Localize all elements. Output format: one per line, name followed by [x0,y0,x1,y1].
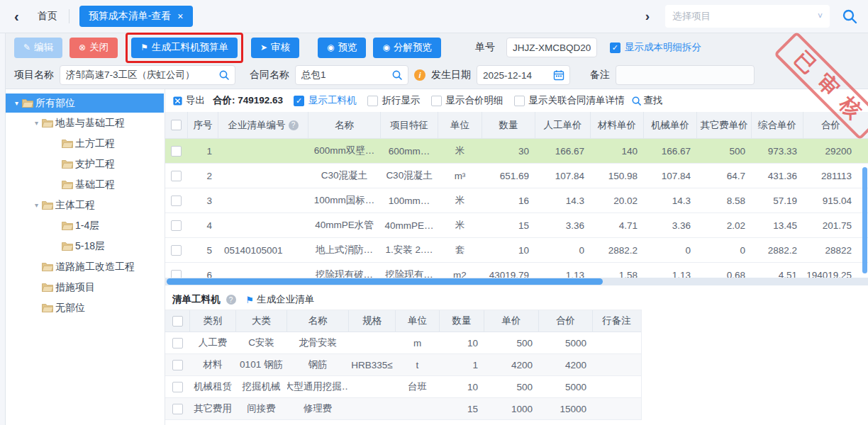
column-header: 合价 [556,314,575,327]
expand-arrow-icon[interactable]: ▾ [31,119,42,127]
form-bar: 项目名称 合同名称 i 发生日期 [6,62,868,89]
row-checkbox[interactable] [171,270,182,278]
column-header: 数量 [452,314,472,327]
close-circle-icon: ⊗ [79,42,86,52]
column-header: 名称 [308,314,328,327]
cell-value: 3.36 [566,220,584,231]
search-icon[interactable] [391,69,403,81]
wrap-line-checkbox[interactable] [367,96,378,106]
help-icon[interactable]: ? [289,120,299,130]
tree-item[interactable]: ▾基础工程 [6,174,165,195]
row-checkbox[interactable] [172,404,183,414]
row-checkbox[interactable] [171,171,182,181]
cell-value: 20.02 [613,196,638,206]
row-checkbox[interactable] [171,245,182,256]
show-glj-checkbox[interactable] [294,96,304,106]
cell-value: 915.04 [823,196,852,206]
row-checkbox[interactable] [172,382,183,392]
cell-value: 米 [455,194,465,207]
row-checkbox[interactable] [172,360,183,370]
remark-label: 备注 [590,69,610,81]
cell-value: 64.7 [727,171,745,181]
table-row[interactable]: 505140105001地上式消防…1.安装 2.…套1002882.20028… [165,238,868,263]
table-row[interactable]: 人工费C安装龙骨安装m105005000 [165,332,641,354]
expand-arrow-icon[interactable]: ▾ [11,99,22,107]
export-button[interactable]: 导出 [172,94,205,107]
column-header: 单位 [408,314,427,327]
tree-item[interactable]: ▾无部位 [6,298,165,318]
table-row[interactable]: 3100mm国标…100mm…米1614.320.0214.38.5857.19… [165,188,868,213]
table-row[interactable]: 2C30混凝土C30混凝土m³651.69107.84150.98107.846… [165,164,868,188]
contract-name-label: 合同名称 [250,69,289,81]
edit-button[interactable]: ✎ 编辑 [14,38,62,58]
tree-item[interactable]: ▾所有部位 [6,94,164,113]
help-icon[interactable]: ? [226,295,236,305]
top-bar: ‹ 首页 预算成本清单-查看 × › 选择项目 ˅ [0,0,868,33]
expand-arrow-icon[interactable]: ▾ [31,201,42,209]
select-all-checkbox[interactable] [172,316,183,327]
column-header: 数量 [499,119,518,132]
decompose-preview-button[interactable]: ◉ 分解预览 [373,38,440,58]
tree-item-label: 道路施工改造工程 [55,261,135,273]
table-row[interactable]: 其它费用间接费修理费15100015000 [165,398,641,420]
vertical-scrollbar-thumb[interactable] [862,167,867,273]
tree-item[interactable]: ▾1-4层 [6,215,165,236]
show-cost-split-checkbox[interactable] [610,42,621,53]
find-button[interactable]: 查找 [631,94,663,107]
cell-value: 100mm… [389,196,430,206]
folder-icon [42,262,55,271]
doc-no-input[interactable] [506,38,597,57]
cell-value: 5000 [565,382,586,392]
nav-home[interactable]: 首页 [38,10,57,23]
horizontal-scrollbar[interactable] [165,278,868,285]
audit-button[interactable]: ➤ 审核 [251,38,299,58]
generate-enterprise-list-button[interactable]: 生成企业清单 [257,293,314,306]
table-row[interactable]: 6挖除现有破…挖除现有…m243019.791.131.581.130.684.… [165,263,868,278]
tree-item[interactable]: ▾5-18层 [6,236,165,256]
table-row[interactable]: 材料0101 钢筋钢筋HRB335≤t142004200 [165,354,641,376]
search-icon[interactable] [218,69,230,81]
related-contract-checkbox[interactable] [514,96,525,106]
tab-budget-cost-view[interactable]: 预算成本清单-查看 × [79,6,193,27]
row-checkbox[interactable] [171,146,182,157]
scrollbar-thumb[interactable] [167,278,603,285]
table-header-row: 类别大类名称规格单位数量单价合价行备注 [165,310,641,332]
cell-value: 16 [518,196,529,206]
expand-panel-icon[interactable]: › [645,8,650,24]
tree-item[interactable]: ▾地基与基础工程 [6,113,165,133]
generate-glj-budget-button[interactable]: ⚑ 生成工料机预算单 [131,38,238,58]
project-name-label: 项目名称 [14,69,54,81]
tree-item[interactable]: ▾道路施工改造工程 [6,256,165,277]
preview-button[interactable]: ◉ 预览 [318,38,366,58]
cell-value: 500 [516,382,533,392]
tree-item[interactable]: ▾土方工程 [6,133,165,154]
doc-no-label: 单号 [475,41,495,54]
cell-value: 米 [455,219,465,232]
select-all-checkbox[interactable] [171,120,182,130]
search-icon[interactable] [841,8,858,25]
remark-input[interactable] [616,65,755,85]
table-row[interactable]: 440mmPE水管40mmPE…米153.364.713.362.0213.45… [165,213,868,238]
cell-value: 材料 [204,358,223,371]
project-select[interactable]: 选择项目 ˅ [665,5,830,28]
project-name-input[interactable] [60,65,235,85]
table-row[interactable]: 机械租赁挖掘机械大型通用挖掘…台班105005000 [165,376,641,398]
row-checkbox[interactable] [171,196,182,206]
tree-item[interactable]: ▾主体工程 [6,195,165,215]
detail-section: 清单工料机 ? ⚑ 生成企业清单 类别大类名称规格单位数量单价合价行备注人工费C… [165,285,868,425]
cell-value: 4.71 [619,220,638,231]
row-checkbox[interactable] [172,338,183,348]
close-button[interactable]: ⊗ 关闭 [69,38,118,58]
calendar-icon[interactable] [553,69,564,81]
tab-close-icon[interactable]: × [177,11,183,22]
tree-item[interactable]: ▾措施项目 [6,277,165,298]
cell-value: 2.02 [727,220,745,231]
total-detail-checkbox[interactable] [431,96,442,106]
table-row[interactable]: 1600mm双壁…600mm…米30166.67140166.67500973.… [165,139,868,164]
back-icon[interactable]: ‹ [14,8,19,25]
cell-value: 13.45 [773,220,797,231]
cell-value: 米 [455,144,465,157]
tree-item[interactable]: ▾支护工程 [6,154,165,174]
row-checkbox[interactable] [171,220,182,231]
tree-item-label: 土方工程 [75,137,115,150]
